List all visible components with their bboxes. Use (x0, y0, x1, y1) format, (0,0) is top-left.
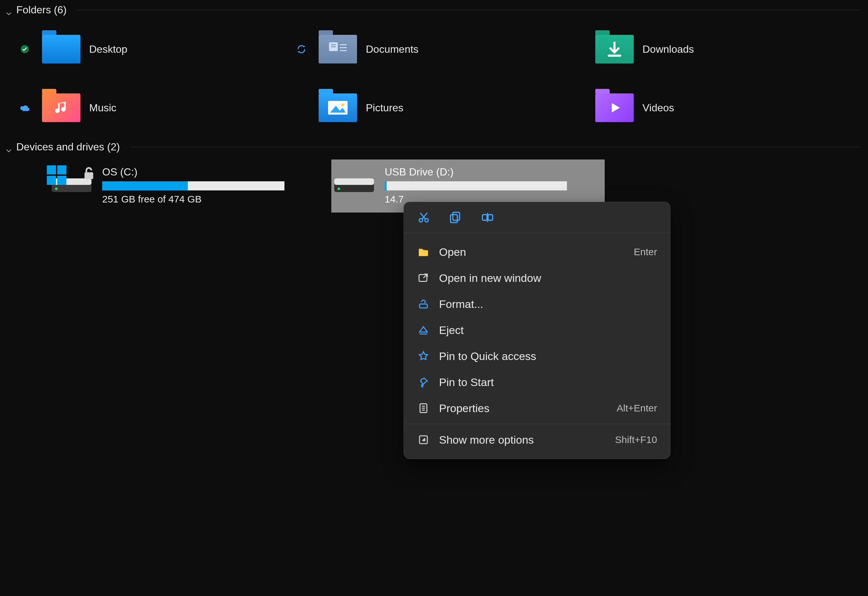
drive-name: USB Drive (D:) (385, 166, 597, 178)
menu-label: Pin to Quick access (439, 350, 648, 363)
svg-rect-26 (419, 304, 427, 308)
show-more-icon (417, 433, 430, 446)
folder-label: Videos (642, 102, 674, 114)
menu-separator (404, 424, 670, 424)
svg-rect-16 (334, 179, 374, 185)
svg-rect-2 (331, 44, 336, 45)
context-menu-item-eject[interactable]: Eject (404, 317, 670, 343)
pictures-folder-icon (318, 92, 357, 123)
videos-folder-icon (595, 92, 634, 123)
drives-section-header[interactable]: Devices and drives (2) (0, 137, 868, 157)
no-status-icon (573, 44, 583, 55)
svg-rect-4 (340, 44, 347, 45)
drive-free-text: 251 GB free of 474 GB (102, 194, 314, 205)
folder-label: Pictures (366, 102, 404, 114)
svg-point-17 (338, 187, 340, 190)
no-status-icon (296, 103, 307, 113)
folder-label: Desktop (89, 43, 127, 55)
folder-item-music[interactable]: Music (14, 78, 291, 137)
folder-item-downloads[interactable]: Downloads (568, 20, 844, 78)
drive-name: OS (C:) (102, 166, 314, 178)
svg-rect-22 (482, 214, 487, 220)
svg-marker-10 (612, 103, 620, 112)
context-menu-item-open[interactable]: Open Enter (404, 239, 670, 265)
menu-shortcut: Alt+Enter (617, 403, 657, 414)
drive-usage-bar (385, 181, 567, 190)
folder-item-desktop[interactable]: Desktop (14, 20, 291, 78)
section-rule (77, 10, 860, 10)
menu-label: Properties (439, 402, 608, 415)
star-icon (417, 350, 430, 363)
chevron-down-icon (6, 7, 12, 13)
new-window-icon (417, 271, 430, 285)
no-status-icon (573, 103, 583, 113)
pin-icon (417, 376, 430, 389)
context-menu-item-pin-quick[interactable]: Pin to Quick access (404, 343, 670, 369)
svg-rect-14 (85, 172, 93, 179)
drives-section-title: Devices and drives (2) (16, 141, 120, 153)
svg-point-9 (341, 103, 344, 106)
svg-rect-20 (453, 212, 459, 220)
context-menu-list: Open Enter Open in new window Format... … (404, 233, 670, 459)
menu-shortcut: Enter (634, 246, 657, 257)
format-icon (417, 298, 430, 311)
sync-icon (296, 44, 307, 55)
folder-label: Music (89, 102, 117, 114)
folder-item-videos[interactable]: Videos (568, 78, 844, 137)
context-menu-item-new-window[interactable]: Open in new window (404, 265, 670, 291)
windows-badge-icon (47, 165, 66, 185)
folder-item-pictures[interactable]: Pictures (291, 78, 568, 137)
section-rule (130, 147, 860, 147)
rename-icon[interactable] (481, 211, 495, 224)
copy-icon[interactable] (449, 211, 462, 224)
folders-section-header[interactable]: Folders (6) (0, 0, 868, 20)
folder-item-documents[interactable]: Documents (291, 20, 568, 78)
folder-label: Documents (366, 43, 419, 55)
documents-folder-icon (318, 34, 357, 65)
svg-rect-23 (488, 214, 493, 220)
open-icon (417, 245, 430, 258)
context-menu-item-pin-start[interactable]: Pin to Start (404, 369, 670, 395)
svg-rect-5 (340, 47, 347, 48)
drive-item-os-c[interactable]: OS (C:) 251 GB free of 474 GB (49, 159, 322, 212)
properties-icon (417, 402, 430, 415)
downloads-folder-icon (595, 34, 634, 65)
menu-label: Format... (439, 298, 648, 311)
chevron-down-icon (6, 144, 12, 150)
context-menu: Open Enter Open in new window Format... … (404, 202, 670, 459)
desktop-folder-icon (42, 34, 81, 65)
context-menu-item-format[interactable]: Format... (404, 291, 670, 317)
menu-label: Eject (439, 324, 648, 336)
menu-shortcut: Shift+F10 (615, 434, 657, 445)
synced-icon (19, 44, 30, 55)
svg-point-13 (55, 187, 58, 190)
eject-icon (417, 323, 430, 336)
svg-rect-21 (450, 214, 457, 223)
drive-usage-bar (102, 181, 285, 190)
unlocked-icon (81, 166, 96, 181)
context-menu-toolbar (404, 202, 670, 233)
menu-label: Show more options (439, 434, 606, 446)
drive-icon (49, 167, 94, 193)
svg-rect-3 (331, 46, 336, 47)
context-menu-item-properties[interactable]: Properties Alt+Enter (404, 395, 670, 421)
folder-label: Downloads (642, 43, 694, 55)
cloud-icon (19, 103, 30, 113)
menu-label: Pin to Start (439, 376, 648, 389)
context-menu-item-show-more[interactable]: Show more options Shift+F10 (404, 427, 670, 453)
folders-grid: Desktop Documents Downloads (0, 20, 868, 137)
svg-rect-6 (340, 50, 347, 51)
music-folder-icon (42, 92, 81, 123)
folders-section-title: Folders (6) (16, 4, 67, 16)
cut-icon[interactable] (417, 211, 431, 224)
menu-label: Open (439, 246, 624, 258)
menu-label: Open in new window (439, 272, 648, 285)
drive-icon (331, 167, 377, 193)
